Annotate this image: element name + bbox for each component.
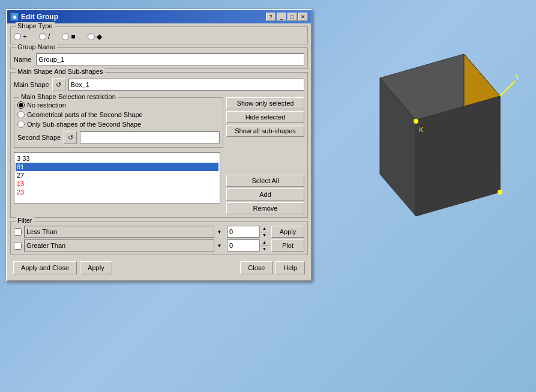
help-button[interactable]: Help (276, 261, 305, 274)
shapes-list[interactable]: 3 33 81 27 13 23 (14, 152, 220, 204)
apply-and-close-button[interactable]: Apply and Close (13, 261, 77, 274)
less-than-down-button[interactable]: ▼ (260, 232, 269, 238)
svg-point-8 (498, 190, 502, 194)
minimize-button[interactable]: _ (277, 13, 286, 21)
group-name-section: Group Name Name (10, 47, 308, 69)
shape-type-section: Shape Type + / ■ ◆ (10, 26, 308, 44)
greater-than-select-wrapper: Greater Than Less Than ▼ (24, 240, 224, 252)
list-item[interactable]: 3 33 (16, 154, 218, 163)
shape-type-label: Shape Type (16, 22, 55, 29)
second-shape-input[interactable] (80, 131, 220, 143)
filter-row-1: Less Than Greater Than ▼ ▲ ▼ Apply (14, 226, 304, 238)
greater-than-checkbox[interactable] (14, 242, 22, 250)
help-title-button[interactable]: ? (266, 13, 276, 21)
shape-type-radio-line[interactable] (39, 33, 46, 40)
shape-type-square-icon: ■ (71, 32, 75, 41)
list-item[interactable]: 81 (16, 163, 218, 171)
add-button[interactable]: Add (226, 188, 304, 201)
shape-type-option-diamond[interactable]: ◆ (88, 32, 102, 41)
restriction-no-label: No restriction (27, 101, 66, 109)
greater-than-spinners: ▲ ▼ (259, 240, 269, 252)
list-item[interactable]: 27 (16, 171, 218, 179)
main-shape-row: Main Shape ↺ (14, 75, 304, 94)
name-label: Name (14, 56, 31, 63)
less-than-select[interactable]: Less Than Greater Than (24, 226, 224, 238)
restriction-option-no[interactable]: No restriction (17, 100, 220, 110)
dialog-title: Edit Group (21, 13, 58, 21)
main-shape-label: Main Shape (14, 81, 49, 88)
svg-point-4 (414, 119, 418, 124)
show-only-selected-button[interactable]: Show only selected (226, 97, 304, 109)
bottom-right-buttons: Close Help (240, 261, 305, 274)
bottom-buttons: Apply and Close Apply Close Help (10, 258, 308, 277)
less-than-up-button[interactable]: ▲ (260, 226, 269, 232)
restriction-label: Main Shape Selection restriction (19, 93, 118, 100)
main-shapes-section-label: Main Shape And Sub-shapes (16, 68, 105, 75)
title-bar: ◆ Edit Group ? _ □ ✕ (7, 10, 311, 23)
shape-type-radio-plus[interactable] (14, 33, 21, 40)
edit-group-dialog: ◆ Edit Group ? _ □ ✕ Shape Type + / (6, 9, 312, 282)
show-all-sub-shapes-button[interactable]: Show all sub-shapes (226, 125, 304, 137)
group-name-row: Name (14, 50, 304, 65)
shape-type-line-icon: / (48, 32, 50, 41)
remove-button[interactable]: Remove (226, 202, 304, 214)
shapes-list-section: 3 33 81 27 13 23 (14, 151, 223, 204)
less-than-spinners: ▲ ▼ (259, 226, 269, 238)
shapes-right: Show only selected Hide selected Show al… (226, 97, 304, 214)
shape-type-option-plus[interactable]: + (14, 32, 27, 41)
greater-than-select[interactable]: Greater Than Less Than (24, 240, 224, 252)
greater-than-down-button[interactable]: ▼ (260, 246, 269, 252)
filter-label: Filter (16, 217, 34, 224)
bottom-left-buttons: Apply and Close Apply (13, 261, 112, 274)
restriction-option-sub[interactable]: Only Sub-shapes of the Second Shape (17, 119, 220, 129)
less-than-apply-button[interactable]: Apply (271, 226, 304, 238)
hide-selected-button[interactable]: Hide selected (226, 111, 304, 123)
title-buttons: ? _ □ ✕ (266, 13, 308, 21)
close-button[interactable]: Close (240, 261, 273, 274)
shape-type-option-square[interactable]: ■ (62, 32, 75, 41)
list-right-buttons: Select All Add Remove (226, 175, 304, 214)
restriction-radio-sub[interactable] (17, 121, 25, 128)
filter-row-2: Greater Than Less Than ▼ ▲ ▼ Plot (14, 240, 304, 252)
group-name-input[interactable] (36, 53, 304, 65)
3d-viewport: K Y (332, 30, 512, 258)
title-bar-left: ◆ Edit Group (10, 13, 58, 21)
list-item[interactable]: 23 (16, 188, 218, 196)
main-shape-arrow-button[interactable]: ↺ (52, 78, 65, 91)
list-item[interactable]: 13 (16, 179, 218, 188)
shape-type-plus-icon: + (23, 32, 27, 41)
svg-text:Y: Y (515, 73, 518, 82)
restriction-section: Main Shape Selection restriction No rest… (14, 97, 223, 148)
dialog-content: Shape Type + / ■ ◆ (7, 23, 311, 280)
shape-type-radio-square[interactable] (62, 33, 69, 40)
less-than-value-wrapper: ▲ ▼ (227, 226, 269, 238)
restriction-radio-no[interactable] (17, 101, 25, 109)
restriction-radio-geom[interactable] (17, 111, 25, 118)
main-shape-input[interactable] (68, 79, 304, 91)
greater-than-up-button[interactable]: ▲ (260, 240, 269, 246)
svg-line-6 (500, 81, 515, 96)
restriction-geom-label: Geometrical parts of the Second Shape (27, 111, 143, 118)
less-than-checkbox[interactable] (14, 228, 22, 236)
shape-type-radio-diamond[interactable] (88, 33, 95, 40)
select-all-button[interactable]: Select All (226, 175, 304, 187)
less-than-select-wrapper: Less Than Greater Than ▼ (24, 226, 224, 238)
shape-type-diamond-icon: ◆ (97, 32, 102, 41)
apply-button[interactable]: Apply (80, 261, 112, 274)
dialog-icon: ◆ (10, 13, 19, 21)
shapes-content: Main Shape Selection restriction No rest… (14, 94, 304, 214)
svg-text:K: K (419, 126, 424, 133)
close-title-button[interactable]: ✕ (298, 13, 308, 21)
second-shape-row: Second Shape ↺ (17, 131, 220, 144)
second-shape-arrow-button[interactable]: ↺ (64, 131, 77, 144)
filter-section: Filter Less Than Greater Than ▼ ▲ ▼ (10, 221, 308, 255)
restriction-option-geom[interactable]: Geometrical parts of the Second Shape (17, 110, 220, 119)
maximize-button[interactable]: □ (288, 13, 297, 21)
shape-type-option-line[interactable]: / (39, 32, 50, 41)
greater-than-plot-button[interactable]: Plot (271, 240, 304, 252)
shapes-left: Main Shape Selection restriction No rest… (14, 97, 223, 214)
group-name-section-label: Group Name (16, 43, 57, 50)
cube-svg: K Y (332, 30, 518, 246)
shape-type-row: + / ■ ◆ (14, 29, 304, 41)
second-shape-label: Second Shape (17, 134, 61, 141)
